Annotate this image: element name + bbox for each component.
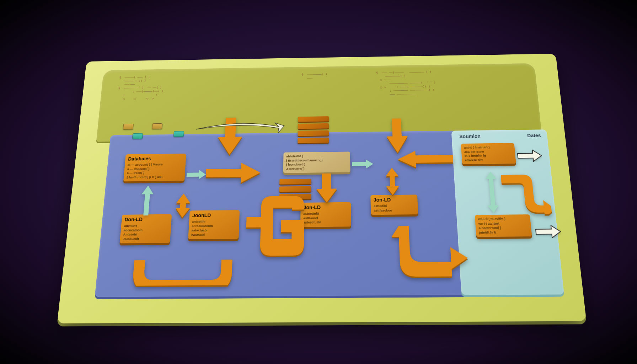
teal-chip-icon — [132, 133, 143, 139]
db-mini-icon-2 — [152, 123, 162, 129]
code-scribble-left: § —————( ——— ( ) ————— ——;( ) ——-——— § —… — [117, 75, 165, 101]
center-process-node: atrtetrattd ) j Brardttiscovd anoicn( ) … — [283, 151, 350, 173]
code-scribble-mid: § ————————( ) ——— — [301, 73, 327, 80]
output-node-top: ant-it ( finatrulri ) aca-ser Eteer et-e… — [461, 143, 516, 164]
swoosh-arrow-icon — [194, 120, 287, 134]
session-label: Soumion — [459, 134, 481, 139]
dates-label: Dates — [527, 133, 541, 138]
db-mini-icon — [123, 124, 134, 129]
code-scribble-right: § ——— ——(————— ———————— ( ) ————————( ) … — [376, 70, 437, 97]
diagram-stage: Soumion Dates § —————( ——— ( ) ————— ——;… — [57, 54, 587, 323]
